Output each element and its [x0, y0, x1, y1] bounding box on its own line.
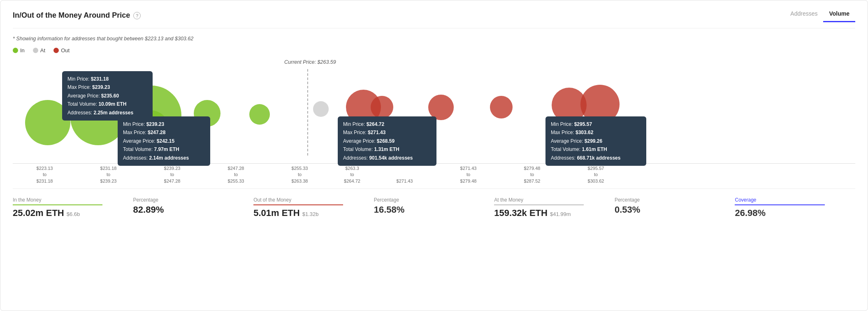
out-value: 5.01m ETH: [253, 208, 300, 218]
at-value-group: 159.32k ETH $41.99m: [494, 208, 606, 218]
at-dot: [33, 48, 38, 53]
x-label-9: $295.57to$303.62: [564, 165, 628, 184]
chart-area: Current Price: $263.59: [13, 57, 855, 184]
bubble-red-3[interactable]: [490, 96, 513, 118]
at-pct-label: Percentage: [615, 197, 727, 203]
stat-out-of-money: Out of the Money 5.01m ETH $1.32b: [253, 197, 374, 218]
legend-at-label: At: [40, 47, 45, 53]
in-pct-value: 82.89%: [133, 204, 246, 215]
at-pct-value: 0.53%: [615, 204, 727, 215]
legend-in: In: [13, 47, 25, 53]
tooltip-1: Min Price: $231.18 Max Price: $239.23 Av…: [62, 71, 153, 121]
main-container: In/Out of the Money Around Price ? Addre…: [0, 0, 868, 311]
coverage-value: 26.98%: [735, 208, 847, 218]
out-pct-label: Percentage: [374, 197, 486, 203]
out-underline: [253, 204, 343, 205]
legend-at: At: [33, 47, 45, 53]
stat-in-the-money: In the Money 25.02m ETH $6.6b: [13, 197, 133, 218]
subtitle: * Showing information for addresses that…: [13, 32, 855, 42]
tooltip-3: Min Price: $264.72 Max Price: $271.43 Av…: [338, 116, 436, 166]
legend: In At Out: [13, 47, 855, 53]
in-pct-label: Percentage: [133, 197, 246, 203]
x-label-7: $271.43to$279.48: [436, 165, 500, 184]
x-label-3: $247.28to$255.33: [204, 165, 268, 184]
in-the-money-label: In the Money: [13, 197, 125, 203]
in-the-money-value: 25.02m ETH: [13, 208, 64, 218]
current-price-label: Current Price: $263.59: [284, 59, 336, 65]
header: In/Out of the Money Around Price ? Addre…: [13, 9, 855, 28]
header-title-group: In/Out of the Money Around Price ?: [13, 11, 141, 20]
coverage-label: Coverage: [735, 197, 847, 203]
bubble-red-1[interactable]: [371, 96, 393, 118]
x-label-2: $239.23to$247.28: [140, 165, 204, 184]
x-label-8: $279.48to$287.52: [500, 165, 564, 184]
tab-volume[interactable]: Volume: [823, 9, 855, 22]
stat-at-pct: Percentage 0.53%: [615, 197, 735, 215]
legend-out: Out: [53, 47, 70, 53]
out-sub: $1.32b: [302, 211, 319, 217]
out-value-group: 5.01m ETH $1.32b: [253, 208, 366, 218]
x-label-1: $231.18to$239.23: [77, 165, 140, 184]
x-label-5: $263.3to$264.72: [332, 165, 373, 184]
in-the-money-sub: $6.6b: [67, 211, 80, 217]
at-sub: $41.99m: [550, 211, 571, 217]
stat-coverage: Coverage 26.98%: [735, 197, 855, 218]
in-the-money-underline: [13, 204, 102, 205]
tab-addresses[interactable]: Addresses: [784, 9, 823, 22]
tooltip-4: Min Price: $295.57 Max Price: $303.62 Av…: [545, 116, 646, 166]
stat-out-pct: Percentage 16.58%: [374, 197, 494, 215]
help-icon[interactable]: ?: [133, 12, 141, 19]
chart-inner: Current Price: $263.59: [13, 57, 855, 164]
legend-out-label: Out: [61, 47, 70, 53]
stat-at-money: At the Money 159.32k ETH $41.99m: [494, 197, 615, 218]
out-label: Out of the Money: [253, 197, 366, 203]
at-underline: [494, 204, 584, 205]
bubble-gray-0[interactable]: [313, 101, 329, 117]
x-label-6: $271.43: [373, 165, 436, 184]
out-pct-value: 16.58%: [374, 204, 486, 215]
tooltip-2: Min Price: $239.23 Max Price: $247.28 Av…: [118, 116, 210, 166]
x-axis: $223.13to$231.18 $231.18to$239.23 $239.2…: [13, 165, 855, 184]
at-value: 159.32k ETH: [494, 208, 548, 218]
in-dot: [13, 48, 18, 53]
bubble-green-4[interactable]: [249, 104, 270, 125]
stat-in-pct: Percentage 82.89%: [133, 197, 254, 215]
x-label-4: $255.33to$263.38: [268, 165, 332, 184]
at-label: At the Money: [494, 197, 606, 203]
price-dashed-line: [307, 69, 308, 156]
out-dot: [53, 48, 59, 53]
legend-in-label: In: [20, 47, 25, 53]
in-the-money-value-group: 25.02m ETH $6.6b: [13, 208, 125, 218]
header-tabs: Addresses Volume: [784, 9, 855, 22]
page-title: In/Out of the Money Around Price: [13, 11, 130, 20]
bottom-stats: In the Money 25.02m ETH $6.6b Percentage…: [13, 188, 855, 218]
coverage-underline: [735, 204, 824, 205]
x-label-0: $223.13to$231.18: [13, 165, 77, 184]
